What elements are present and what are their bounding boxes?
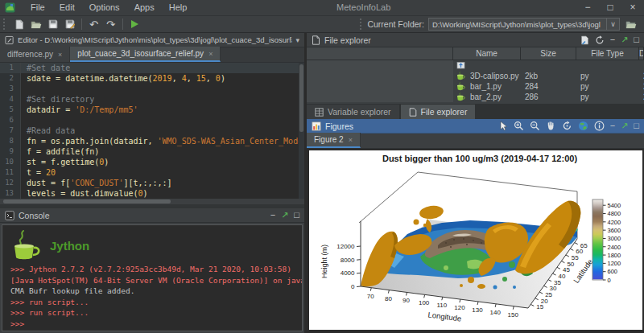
code-line[interactable]: 6 (0, 115, 304, 125)
table-row[interactable]: bar_1.py284py2020/6/1 11:27 (307, 81, 644, 92)
file-name-cell: bar_1.py (453, 81, 521, 92)
figures-panel-title: Figures (325, 121, 353, 131)
save-as-button[interactable] (61, 17, 78, 31)
svg-text:1200: 1200 (608, 260, 621, 267)
select-cursor-icon[interactable] (498, 121, 508, 131)
console-line: >>> run script... (10, 297, 295, 308)
current-folder-label: Current Folder: (367, 19, 424, 29)
close-tab-icon[interactable]: × (349, 136, 353, 144)
close-tab-icon[interactable]: × (208, 50, 213, 58)
editor-vertical-scrollbar[interactable] (299, 63, 304, 199)
minimize-panel-icon[interactable]: − (270, 211, 275, 220)
code-line[interactable]: 8fn = os.path.join(datadir, 'WMO_SDS-WAS… (0, 136, 304, 146)
console-line: >>> run script... (10, 307, 295, 319)
code-line[interactable]: 4#Set directory (0, 94, 304, 105)
file-type-cell: py (576, 71, 639, 81)
run-script-button[interactable] (126, 17, 143, 31)
close-icon[interactable]: × (621, 0, 644, 16)
maximize-panel-icon[interactable]: □ (634, 121, 639, 130)
rotate-icon[interactable] (562, 121, 572, 131)
scrollbar-thumb[interactable] (299, 64, 303, 132)
refresh-icon[interactable] (595, 35, 605, 45)
svg-text:600: 600 (608, 268, 618, 275)
expand-panel-icon[interactable]: ↗ (621, 121, 628, 130)
undo-button[interactable]: ↶ (85, 17, 102, 31)
toolbar-separator (122, 18, 123, 30)
figures-panel-header: Figures − ↗ □ (307, 119, 644, 134)
info-icon[interactable] (594, 121, 605, 131)
minimize-panel-icon[interactable]: − (610, 121, 615, 130)
code-line[interactable]: 3 (0, 84, 304, 94)
tab-label: plot_cuace_3d_isosurface_relief.py (77, 49, 204, 58)
tab-variable-explorer[interactable]: Variable explorer (307, 105, 399, 119)
current-folder-combobox[interactable]: D:\Working\MIScript\Jython\mis\plot_type… (428, 18, 620, 31)
tab-file-explorer[interactable]: File explorer (401, 105, 476, 119)
svg-text:55: 55 (572, 254, 579, 261)
globe-icon[interactable] (578, 121, 588, 131)
editor-horizontal-scrollbar[interactable] (0, 199, 304, 204)
code-line[interactable]: 2sdate = datetime.datetime(2019, 4, 15, … (0, 73, 304, 84)
minimize-icon[interactable]: − (576, 0, 599, 16)
line-number: 3 (0, 84, 21, 94)
scrollbar-thumb[interactable] (3, 199, 171, 204)
new-file-icon[interactable] (580, 35, 589, 45)
line-number: 13 (0, 188, 21, 199)
menu-help[interactable]: Help (162, 0, 195, 15)
table-row[interactable]: bar_2.py286py2020/4/27 08:57 (307, 92, 644, 102)
file-explorer-panel-header: File explorer − ↗ □ (307, 33, 644, 47)
redo-button[interactable]: ↷ (102, 17, 119, 31)
column-header-size[interactable]: Size (521, 47, 576, 60)
code-line[interactable]: 1#Set date (0, 63, 304, 73)
column-header-file-type[interactable]: File Type (576, 47, 639, 60)
code-line[interactable]: 12dust = f['CONC_DUST'][t,:,:,:] (0, 178, 304, 188)
pan-hand-icon[interactable] (546, 121, 556, 131)
code-line[interactable]: 13levels = dust.dimvalue(0) (0, 188, 304, 199)
menu-file[interactable]: File (23, 0, 52, 15)
code-editor[interactable]: 1#Set date2sdate = datetime.datetime(201… (0, 63, 304, 199)
browse-folder-button[interactable] (623, 18, 639, 31)
zoom-out-icon[interactable] (530, 121, 540, 131)
file-explorer-panel-title: File explorer (324, 35, 371, 45)
svg-text:140: 140 (489, 309, 501, 316)
table-scrollbar (307, 60, 453, 71)
column-header-name[interactable]: Name (453, 47, 521, 60)
svg-text:20: 20 (541, 298, 548, 305)
menu-apps[interactable]: Apps (127, 0, 162, 15)
file-type-cell (576, 60, 639, 69)
table-scrollbar[interactable] (307, 47, 453, 60)
editor-tab-difference[interactable]: difference.py × (0, 47, 70, 62)
chevron-down-icon[interactable]: ∨ (606, 18, 619, 30)
zoom-in-icon[interactable] (514, 121, 524, 131)
svg-text:5400: 5400 (608, 202, 621, 209)
editor-dropdown-icon[interactable]: ▾ (295, 36, 299, 44)
minimize-panel-icon[interactable]: − (610, 35, 615, 44)
table-row[interactable] (307, 60, 644, 71)
code-line[interactable]: 5datadir = 'D:/Temp/mm5' (0, 105, 304, 115)
maximize-panel-icon[interactable]: □ (294, 211, 299, 220)
editor-tab-plot-cuace[interactable]: plot_cuace_3d_isosurface_relief.py × (70, 47, 221, 62)
maximize-panel-icon[interactable]: □ (634, 35, 639, 44)
code-line[interactable]: 9f = addfile(fn) (0, 146, 304, 157)
figure-canvas[interactable]: 04000800012000 708090100110120130140150 … (307, 149, 644, 333)
console-output[interactable]: Jython >>> Jython 2.7.2 (v2.7.2:925a3cc3… (2, 224, 303, 331)
expand-panel-icon[interactable]: ↗ (621, 35, 628, 44)
app-window: FileEditOptionsAppsHelp MeteoInfoLab − □… (0, 0, 644, 333)
table-row[interactable]: 3D-calipso.py2kbpy2017/12/18 10:... (307, 71, 644, 81)
window-controls: − □ × (576, 0, 644, 16)
current-folder-path[interactable]: D:\Working\MIScript\Jython\mis\plot_type… (429, 20, 606, 29)
close-tab-icon[interactable]: × (58, 51, 62, 59)
menu-options[interactable]: Options (82, 0, 127, 15)
figure-tab[interactable]: Figure 2 × (307, 133, 361, 148)
save-button[interactable] (44, 17, 61, 31)
menu-edit[interactable]: Edit (52, 0, 82, 15)
file-size-cell (521, 60, 576, 69)
new-file-button[interactable] (10, 17, 27, 31)
maximize-icon[interactable]: □ (599, 0, 621, 16)
code-line[interactable]: 10st = f.gettime(0) (0, 157, 304, 167)
column-header-date-modified[interactable]: Date Modified (639, 47, 644, 60)
expand-panel-icon[interactable]: ↗ (281, 211, 288, 220)
code-line[interactable]: 7#Read data (0, 125, 304, 136)
open-file-button[interactable] (27, 17, 44, 31)
code-line[interactable]: 11t = 20 (0, 167, 304, 178)
file-date-cell: 2020/6/1 11:27 (639, 81, 644, 92)
